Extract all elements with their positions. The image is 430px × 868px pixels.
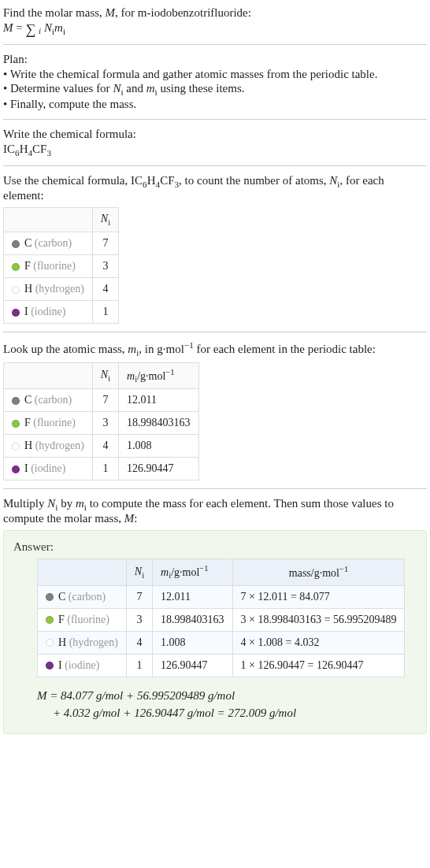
table-row: F (fluorine)3	[4, 254, 119, 277]
step3-section: Look up the atomic mass, mi, in g·mol−1 …	[3, 340, 427, 480]
plan-bullet-1: • Write the chemical formula and gather …	[3, 68, 427, 81]
s2-pre: Use the chemical formula,	[3, 174, 131, 187]
element-dot-icon	[12, 240, 20, 248]
plan-section: Plan: • Write the chemical formula and g…	[3, 53, 427, 111]
count-cell: 3	[92, 254, 118, 277]
elem-sym: F	[24, 260, 31, 272]
s2f5: CF	[160, 174, 174, 187]
h-ni: i	[108, 374, 110, 383]
elem-name: (carbon)	[35, 394, 72, 406]
blank-header	[4, 362, 93, 388]
s4-mid: by	[57, 497, 76, 510]
s2-formula: IC6H4CF3	[131, 174, 179, 187]
plan-b2-mid: and	[124, 82, 146, 95]
divider	[3, 165, 427, 166]
s3-suf: for each element in the periodic table:	[194, 343, 376, 355]
final-line-2: + 4.032 g/mol + 126.90447 g/mol = 272.00…	[37, 704, 417, 722]
table-row: I (iodine)1126.90447	[4, 458, 199, 480]
elem-sym: C	[24, 237, 32, 249]
element-cell: C (carbon)	[4, 389, 93, 412]
elem-sym: F	[58, 614, 65, 625]
elem-name: (fluorine)	[33, 260, 76, 272]
step4-text: Multiply Ni by mi to compute the mass fo…	[3, 497, 427, 525]
elem-sym: I	[24, 306, 28, 317]
elem-sym: F	[24, 417, 31, 428]
step1-title: Write the chemical formula:	[3, 128, 427, 141]
product-cell: 4 × 1.008 = 4.032	[232, 631, 405, 654]
h-m: m	[127, 369, 135, 381]
ah-mu: /g·mol	[171, 566, 199, 578]
n-header: Ni	[126, 559, 152, 585]
elem-sym: I	[58, 659, 62, 671]
plan-b2-n: N	[113, 82, 120, 95]
table-row: C (carbon)712.0117 × 12.011 = 84.077	[38, 585, 405, 608]
element-cell: C (carbon)	[4, 232, 93, 254]
count-cell: 7	[126, 585, 152, 608]
h-mu: /g·mol	[137, 369, 165, 381]
element-cell: F (fluorine)	[4, 254, 93, 277]
ah-masse: −1	[339, 565, 348, 573]
mass-cell: 12.011	[153, 585, 233, 608]
plan-b2-suf: using these items.	[158, 82, 245, 95]
element-cell: H (hydrogen)	[4, 277, 93, 300]
plan-title: Plan:	[3, 53, 427, 66]
answer-box: Answer: Ni mi/g·mol−1 mass/g·mol−1 C (ca…	[3, 530, 427, 733]
count-cell: 4	[92, 435, 118, 458]
answer-label: Answer:	[13, 540, 417, 554]
intro-text: Find the molar mass,	[3, 6, 106, 19]
mass-cell: 1.008	[119, 435, 199, 458]
ah-ni: i	[142, 570, 144, 579]
table-row: I (iodine)1126.904471 × 126.90447 = 126.…	[38, 654, 405, 677]
n-header: Ni	[92, 208, 118, 232]
m-header: mi/g·mol−1	[119, 362, 199, 388]
elem-name: (hydrogen)	[35, 440, 84, 451]
element-dot-icon	[12, 263, 20, 271]
s3-pre: Look up the atomic mass,	[3, 343, 128, 355]
eq-m: m	[54, 21, 63, 34]
plan-bullet-3: • Finally, compute the mass.	[3, 98, 427, 111]
elem-sym: H	[58, 636, 66, 648]
h-n: N	[101, 369, 108, 380]
table-row: C (carbon)712.011	[4, 389, 199, 412]
s2-mid: , to count the number of atoms,	[179, 174, 329, 187]
sigma-icon: ∑	[25, 21, 35, 37]
element-cell: C (carbon)	[38, 585, 127, 608]
product-cell: 3 × 18.998403163 = 56.995209489	[232, 608, 405, 631]
s4-pre: Multiply	[3, 497, 47, 510]
element-cell: F (fluorine)	[38, 608, 127, 631]
element-dot-icon	[46, 593, 54, 601]
h-me: −1	[165, 368, 174, 377]
step1-section: Write the chemical formula: IC6H4CF3	[3, 128, 427, 158]
s2f3: H	[147, 174, 156, 187]
count-cell: 1	[92, 458, 118, 480]
elem-name: (fluorine)	[67, 614, 109, 625]
s4-mm: M	[124, 512, 135, 525]
s3-m: m	[128, 343, 136, 355]
eq-n: N	[44, 21, 52, 34]
sum-symbol: ∑ i	[25, 22, 41, 36]
count-cell: 3	[126, 608, 152, 631]
mass-cell: 12.011	[119, 389, 199, 412]
nh2: i	[108, 218, 110, 227]
cf-s3: 3	[46, 148, 51, 158]
element-cell: F (fluorine)	[4, 412, 93, 435]
product-cell: 1 × 126.90447 = 126.90447	[232, 654, 405, 677]
blank-header	[4, 208, 93, 232]
ah-n: N	[135, 566, 142, 577]
atomic-mass-table: Ni mi/g·mol−1 C (carbon)712.011 F (fluor…	[3, 362, 199, 480]
intro-section: Find the molar mass, M, for m-iodobenzot…	[3, 6, 427, 36]
s4-end: :	[134, 512, 137, 525]
element-dot-icon	[12, 466, 20, 473]
divider	[3, 119, 427, 120]
eq-lhs: M	[3, 21, 13, 34]
cf-p1: IC	[3, 143, 15, 155]
blank-header	[38, 559, 127, 585]
element-dot-icon	[12, 420, 20, 428]
element-dot-icon	[12, 286, 20, 294]
table-row: F (fluorine)318.9984031633 × 18.99840316…	[38, 608, 405, 631]
divider	[3, 44, 427, 45]
elem-name: (iodine)	[31, 462, 65, 474]
elem-name: (hydrogen)	[35, 283, 84, 295]
table-header-row: Ni mi/g·mol−1 mass/g·mol−1	[38, 559, 405, 585]
table-header-row: Ni	[4, 208, 119, 232]
